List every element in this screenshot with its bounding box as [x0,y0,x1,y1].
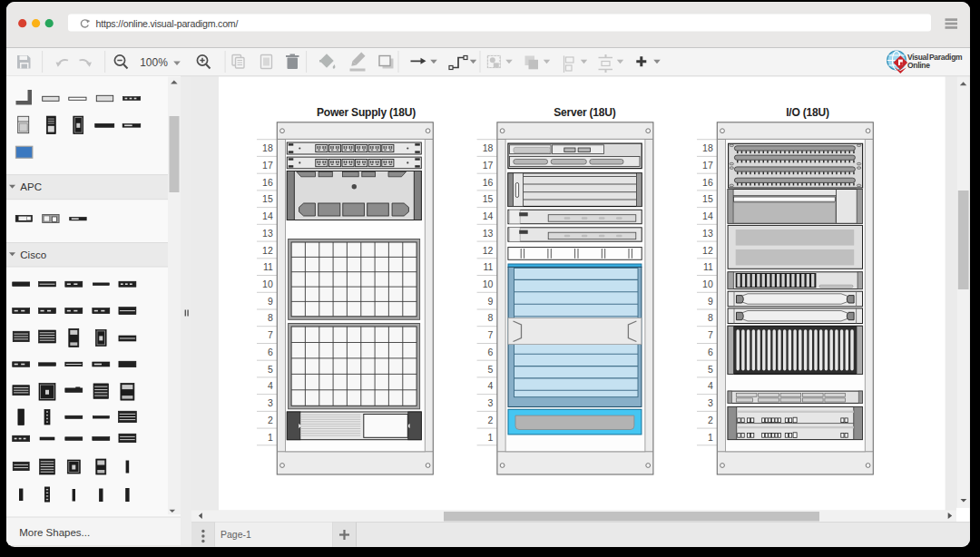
svg-text:13: 13 [702,228,713,239]
svg-text:11: 11 [263,261,273,272]
svg-text:14: 14 [262,210,273,221]
svg-text:17: 17 [483,160,494,171]
svg-text:1: 1 [268,432,273,443]
svg-text:Online: Online [907,61,930,70]
svg-text:1: 1 [708,432,713,443]
svg-text:3: 3 [268,397,273,408]
svg-text:15: 15 [702,193,713,204]
svg-text:13: 13 [483,228,494,239]
svg-text:12: 12 [702,245,713,256]
svg-text:Power Supply (18U): Power Supply (18U) [317,106,416,119]
svg-text:2: 2 [488,415,494,425]
svg-text:9: 9 [488,296,494,307]
svg-text:6: 6 [708,347,713,357]
svg-text:Paradigm: Paradigm [929,53,963,62]
svg-text:8: 8 [268,312,273,323]
svg-text:18: 18 [483,142,494,153]
svg-text:15: 15 [262,193,273,204]
svg-text:4: 4 [268,380,273,391]
svg-text:3: 3 [488,397,494,408]
svg-text:100%: 100% [140,56,168,69]
svg-text:2: 2 [268,415,273,425]
svg-text:14: 14 [483,210,494,221]
svg-text:11: 11 [703,261,713,272]
svg-text:17: 17 [262,160,273,171]
svg-text:5: 5 [488,364,494,375]
svg-text:5: 5 [268,364,273,375]
svg-text:More Shapes...: More Shapes... [19,527,90,538]
svg-text:1: 1 [488,432,494,443]
svg-text:17: 17 [702,160,713,171]
svg-text:12: 12 [483,245,494,256]
svg-text:6: 6 [488,347,494,357]
svg-text:https://online.visual-paradigm: https://online.visual-paradigm.com/ [96,18,239,29]
svg-text:10: 10 [702,278,713,289]
svg-text:15: 15 [483,193,494,204]
svg-text:16: 16 [483,177,494,188]
svg-text:APC: APC [20,181,42,192]
svg-text:18: 18 [262,142,273,153]
svg-text:4: 4 [708,380,713,391]
svg-text:I/O (18U): I/O (18U) [786,106,829,119]
svg-text:2: 2 [708,415,713,425]
svg-text:8: 8 [488,312,494,323]
svg-text:12: 12 [262,245,273,256]
svg-text:7: 7 [488,329,494,340]
svg-text:8: 8 [708,312,713,323]
svg-text:Server (18U): Server (18U) [554,106,616,119]
svg-text:6: 6 [268,347,273,357]
svg-text:10: 10 [262,278,273,289]
svg-text:14: 14 [702,210,713,221]
svg-text:5: 5 [708,364,713,375]
svg-text:4: 4 [488,380,494,391]
svg-text:9: 9 [268,296,273,307]
svg-text:18: 18 [702,142,713,153]
svg-text:11: 11 [483,261,493,272]
svg-text:7: 7 [268,329,273,340]
svg-text:13: 13 [262,228,273,239]
svg-text:16: 16 [262,177,273,188]
svg-text:3: 3 [708,397,713,408]
svg-text:16: 16 [702,177,713,188]
svg-text:7: 7 [708,329,713,340]
svg-text:9: 9 [708,296,713,307]
svg-text:10: 10 [483,278,494,289]
svg-text:Page-1: Page-1 [220,529,251,540]
svg-text:Cisco: Cisco [20,249,46,260]
